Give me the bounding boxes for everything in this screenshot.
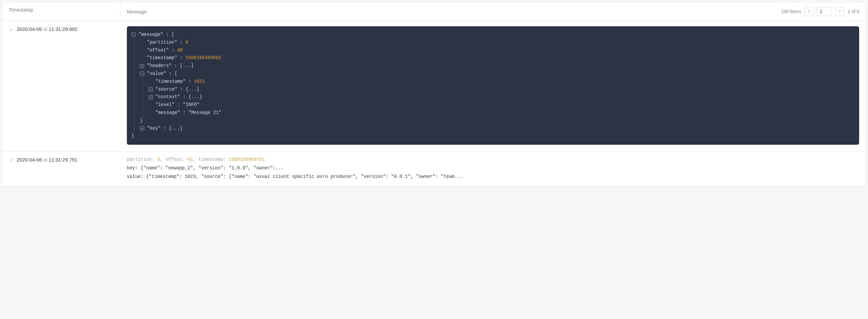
row-timestamp-cell[interactable]: 2020-04-06 at 11:31:29.692 <box>2 21 120 151</box>
json-key: "message" <box>155 109 180 117</box>
pagination: 100 Items 1 of 5 <box>781 7 859 16</box>
prev-page-button[interactable] <box>804 7 814 16</box>
message-row-expanded: 2020-04-06 at 11:31:29.692 "message" : { <box>2 21 866 152</box>
json-collapsed: {...} <box>188 93 202 101</box>
chevron-left-icon <box>807 9 811 14</box>
messages-panel: Timestamp Message 100 Items <box>2 2 866 186</box>
timestamp-time: 11:31:29.751 <box>49 157 78 163</box>
chevron-right-icon <box>838 9 842 14</box>
timestamp-header-label: Timestamp <box>9 7 33 12</box>
timestamp-at: at <box>43 157 48 163</box>
json-collapsed: {...} <box>169 125 183 133</box>
page-of-label: 1 of 5 <box>848 9 859 14</box>
json-string: "Message 21" <box>188 109 222 117</box>
chevron-right-icon <box>9 158 13 163</box>
meta-partition-label: partition: <box>127 157 157 162</box>
chevron-down-icon <box>9 27 13 32</box>
message-header-label: Message <box>127 9 147 14</box>
timestamp-at: at <box>43 26 48 32</box>
meta-offset-label: , offset: <box>160 157 187 162</box>
json-key: "level" <box>155 101 175 109</box>
json-key: "message" <box>138 31 163 39</box>
collapse-icon[interactable] <box>140 71 144 76</box>
row-timestamp-cell[interactable]: 2020-04-06 at 11:31:29.751 <box>2 152 120 186</box>
column-header-message-area: Message 100 Items 1 of 5 <box>120 2 866 21</box>
expand-icon[interactable] <box>140 126 144 130</box>
meta-partition-value: 0 <box>157 157 160 162</box>
expand-icon[interactable] <box>149 95 153 99</box>
items-count: 100 Items <box>781 9 801 14</box>
timestamp-time: 11:31:29.692 <box>49 26 78 32</box>
json-number: 0 <box>186 39 188 47</box>
json-key: "key" <box>147 125 161 133</box>
json-viewer[interactable]: "message" : { "partition" : 0 <box>127 26 859 145</box>
meta-timestamp-label: , timestamp: <box>193 157 229 162</box>
next-page-button[interactable] <box>835 7 844 16</box>
column-header-timestamp: Timestamp <box>2 2 120 21</box>
timestamp-date: 2020-04-06 <box>17 157 42 163</box>
json-key: "partition" <box>147 39 177 47</box>
json-number: 1586165489692 <box>186 54 221 62</box>
collapse-icon[interactable] <box>131 32 136 37</box>
message-key-preview: key: {"name": "newapp_2", "version": "1.… <box>127 166 859 171</box>
message-meta: partition: 0, offset: 41, timestamp: 158… <box>127 157 859 162</box>
row-message-cell: partition: 0, offset: 41, timestamp: 158… <box>120 152 866 186</box>
json-collapsed: [...] <box>180 62 194 70</box>
expand-icon[interactable] <box>140 64 144 68</box>
json-key: "offset" <box>147 47 169 55</box>
json-key: "value" <box>147 70 166 78</box>
message-row-collapsed: 2020-04-06 at 11:31:29.751 partition: 0,… <box>2 152 866 186</box>
meta-offset-value: 41 <box>187 157 193 162</box>
timestamp-text: 2020-04-06 at 11:31:29.692 <box>17 26 78 32</box>
meta-timestamp-value: 1586165489751 <box>229 157 265 162</box>
table-header: Timestamp Message 100 Items <box>2 2 866 21</box>
timestamp-text: 2020-04-06 at 11:31:29.751 <box>17 157 78 163</box>
json-key: "headers" <box>147 62 172 70</box>
json-number: 1021 <box>194 78 205 86</box>
page-number-input[interactable] <box>817 7 832 16</box>
json-string: "INFO" <box>183 101 199 109</box>
row-message-cell: "message" : { "partition" : 0 <box>120 21 866 151</box>
json-key: "context" <box>155 93 180 101</box>
json-key: "source" <box>155 86 177 93</box>
message-value-preview: value: {"timestamp": 1023, "source": {"n… <box>127 174 859 179</box>
json-number: 40 <box>177 47 183 55</box>
timestamp-date: 2020-04-06 <box>17 26 42 32</box>
json-collapsed: {...} <box>186 86 199 93</box>
json-key: "timestamp" <box>147 54 177 62</box>
expand-icon[interactable] <box>149 87 153 92</box>
json-key: "timestamp" <box>155 78 186 86</box>
